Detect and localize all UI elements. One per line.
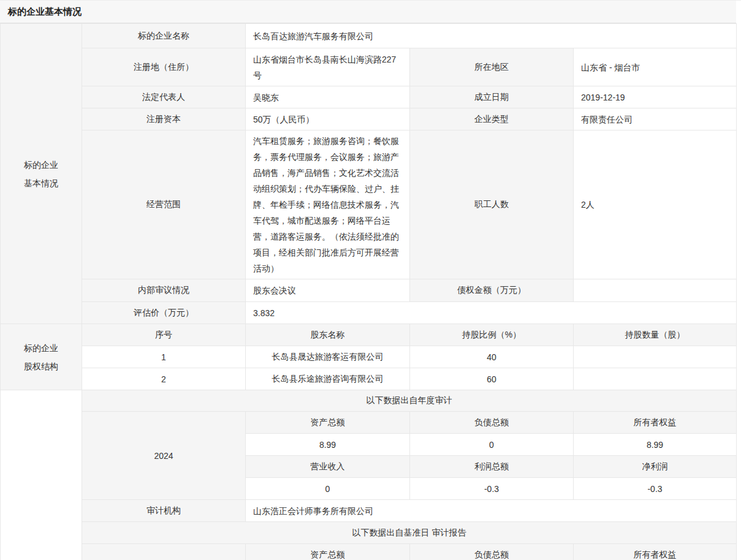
audit-header-owner-equity: 所有者权益: [574, 412, 737, 434]
section-label-basic-info: 标的企业 基本情况: [1, 24, 82, 324]
debt-amount-value: [574, 279, 737, 302]
basedate-year-cell: [82, 544, 246, 560]
audit-header-net-profit: 净利润: [574, 456, 737, 478]
valuation-value: 3.832: [246, 302, 737, 324]
page-title: 标的企业基本情况: [0, 1, 736, 23]
audit-agency-value: 山东浩正会计师事务所有限公司: [246, 500, 737, 522]
business-scope-value: 汽车租赁服务；旅游服务咨询；餐饮服务，票务代理服务，会议服务；旅游产品销售，海产…: [246, 131, 410, 279]
equity-header-shareholder: 股东名称: [246, 324, 410, 346]
established-date-value: 2019-12-19: [574, 86, 737, 108]
audit-value-total-liabilities: 0: [410, 434, 574, 456]
basedate-header-owner-equity: 所有者权益: [574, 544, 737, 560]
section-label-line: 标的企业: [6, 339, 77, 357]
audit-value-total-profit: -0.3: [410, 478, 574, 500]
basedate-header-total-assets: 资产总额: [246, 544, 410, 560]
equity-row-shares: [574, 368, 737, 390]
annual-audit-header: 以下数据出自年度审计: [82, 390, 737, 412]
valuation-label: 评估价（万元）: [82, 302, 246, 324]
section-label-line: 标的企业: [6, 156, 77, 174]
equity-header-ratio: 持股比例（%）: [410, 324, 574, 346]
registered-address-value: 山东省烟台市长岛县南长山海滨路227号: [246, 48, 410, 86]
audit-value-owner-equity: 8.99: [574, 434, 737, 456]
staff-count-label: 职工人数: [410, 131, 574, 279]
audit-agency-label: 审计机构: [82, 500, 246, 522]
section-label-line: 股权结构: [6, 357, 77, 376]
equity-row: 1 长岛县晟达旅游客运有限公司 40: [1, 346, 737, 368]
audit-value-total-assets: 8.99: [246, 434, 410, 456]
audit-header-total-liabilities: 负债总额: [410, 412, 574, 434]
legal-rep-label: 法定代表人: [82, 86, 246, 108]
equity-header-no: 序号: [82, 324, 246, 346]
audit-value-revenue: 0: [246, 478, 410, 500]
equity-row-no: 2: [82, 368, 246, 390]
equity-row-shareholder: 长岛县晟达旅游客运有限公司: [246, 346, 410, 368]
equity-row-ratio: 40: [410, 346, 574, 368]
audit-value-net-profit: -0.3: [574, 478, 737, 500]
basedate-audit-header: 以下数据出自基准日 审计报告: [82, 522, 737, 544]
debt-amount-label: 债权金额（万元）: [410, 279, 574, 302]
basedate-header-total-liabilities: 负债总额: [410, 544, 574, 560]
company-detail-panel: 标的企业基本情况 标的企业 基本情况 标的企业名称 长岛百达旅游汽车服务有限公司…: [0, 0, 741, 560]
registered-capital-label: 注册资本: [82, 108, 246, 131]
audit-header-total-profit: 利润总额: [410, 456, 574, 478]
company-info-table: 标的企业 基本情况 标的企业名称 长岛百达旅游汽车服务有限公司 注册地（住所） …: [0, 23, 737, 560]
section-label-equity-structure: 标的企业 股权结构: [1, 324, 82, 390]
section-label-audit-empty: [1, 390, 82, 560]
equity-row-shares: [574, 346, 737, 368]
company-name-label: 标的企业名称: [82, 24, 246, 48]
registered-address-label: 注册地（住所）: [82, 48, 246, 86]
company-type-label: 企业类型: [410, 108, 574, 131]
staff-count-value: 2人: [574, 131, 737, 279]
company-type-value: 有限责任公司: [574, 108, 737, 131]
equity-row-no: 1: [82, 346, 246, 368]
region-label: 所在地区: [410, 48, 574, 86]
legal-rep-value: 吴晓东: [246, 86, 410, 108]
internal-review-value: 股东会决议: [246, 279, 410, 302]
equity-row: 2 长岛县乐途旅游咨询有限公司 60: [1, 368, 737, 390]
equity-row-ratio: 60: [410, 368, 574, 390]
internal-review-label: 内部审议情况: [82, 279, 246, 302]
section-label-line: 基本情况: [6, 174, 77, 192]
registered-capital-value: 50万（人民币）: [246, 108, 410, 131]
company-name-value: 长岛百达旅游汽车服务有限公司: [246, 24, 737, 48]
equity-header-shares: 持股数量（股）: [574, 324, 737, 346]
business-scope-label: 经营范围: [82, 131, 246, 279]
equity-row-shareholder: 长岛县乐途旅游咨询有限公司: [246, 368, 410, 390]
audit-year-cell: 2024: [82, 412, 246, 500]
established-date-label: 成立日期: [410, 86, 574, 108]
audit-header-total-assets: 资产总额: [246, 412, 410, 434]
region-value: 山东省 - 烟台市: [574, 48, 737, 86]
audit-header-revenue: 营业收入: [246, 456, 410, 478]
